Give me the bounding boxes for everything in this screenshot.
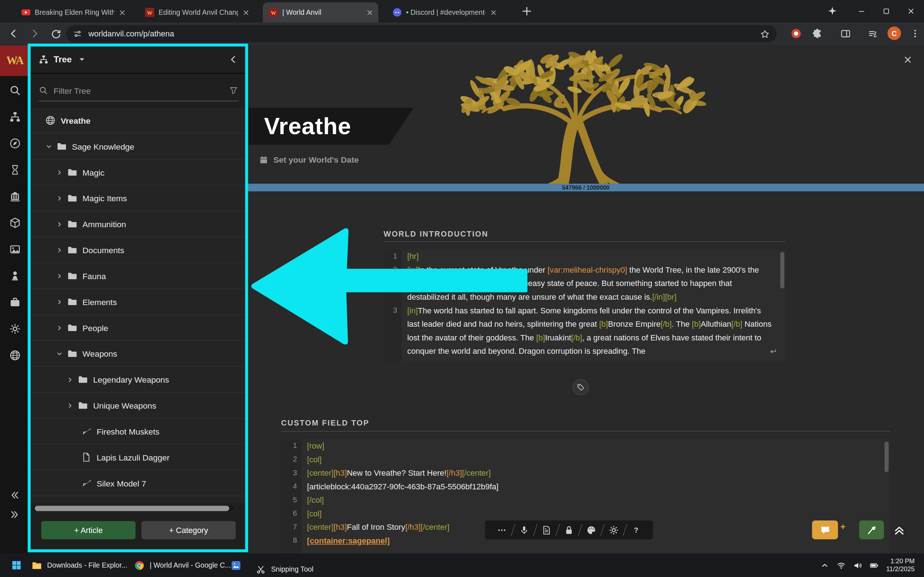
tree-item[interactable]: Ammunition	[30, 211, 247, 237]
code-line[interactable]: [col]	[302, 453, 890, 467]
side-panel-icon[interactable]	[840, 28, 851, 39]
scrollbar-thumb[interactable]	[35, 506, 229, 511]
filter-funnel-icon[interactable]	[229, 86, 238, 95]
close-page-button[interactable]	[903, 55, 913, 65]
code-line[interactable]: [articleblock:440a2927-90fc-463b-87a5-55…	[302, 480, 890, 494]
compass-icon[interactable]	[9, 138, 20, 149]
palette-icon[interactable]	[586, 525, 596, 535]
chevron-right-icon[interactable]	[56, 195, 63, 202]
browser-tab[interactable]: • Discord | #development-disc...	[386, 3, 502, 23]
chevron-right-icon[interactable]	[56, 220, 63, 227]
windows-start-button[interactable]	[12, 561, 21, 570]
code-line[interactable]: [/col]	[302, 493, 890, 507]
tab-close-icon[interactable]	[490, 9, 498, 16]
hourglass-icon[interactable]	[9, 164, 20, 176]
code-line[interactable]: [in]The world has started to fall apart.…	[402, 304, 785, 358]
briefcase-icon[interactable]	[9, 297, 20, 308]
horizontal-scrollbar[interactable]	[33, 506, 233, 511]
tree-item[interactable]: People	[30, 315, 247, 341]
media-controls-icon[interactable]	[867, 28, 878, 39]
chevron-right-icon[interactable]	[56, 298, 63, 305]
code-line[interactable]: [center][h3]New to Vreathe? Start Here![…	[302, 466, 890, 480]
editor-scrollbar[interactable]	[885, 442, 888, 472]
chevron-down-icon[interactable]	[56, 350, 63, 357]
address-bar[interactable]: worldanvil.com/p/athena	[66, 25, 777, 42]
tree-panel-title[interactable]: Tree	[54, 54, 72, 64]
chevron-right-icon[interactable]	[56, 272, 63, 279]
tray-chevron-icon[interactable]	[820, 561, 829, 569]
window-close-button[interactable]	[907, 7, 915, 16]
tree-item[interactable]: Silex Model 7	[30, 470, 247, 496]
chevron-right-icon[interactable]	[56, 324, 63, 331]
back-button[interactable]	[8, 28, 19, 39]
tree-item[interactable]: Magic Items	[30, 185, 247, 211]
chevrons-left-icon[interactable]	[10, 490, 19, 500]
scroll-to-top-button[interactable]	[888, 521, 911, 539]
tab-organize-icon[interactable]	[827, 6, 837, 16]
worldanvil-logo[interactable]: WA	[0, 45, 30, 76]
chevron-down-icon[interactable]	[45, 143, 53, 150]
tree-item[interactable]: Magic	[30, 160, 247, 185]
tab-close-icon[interactable]	[242, 9, 250, 16]
image-icon[interactable]	[9, 244, 20, 255]
collapse-panel-icon[interactable]	[228, 55, 238, 64]
tree-item[interactable]: Unique Weapons	[30, 393, 247, 419]
url-text[interactable]: worldanvil.com/p/athena	[89, 29, 760, 38]
site-settings-icon[interactable]	[73, 29, 82, 38]
podcast-icon[interactable]	[519, 525, 529, 535]
tree-item[interactable]: Elements	[30, 289, 247, 315]
comments-button[interactable]	[812, 521, 838, 539]
chevron-right-icon[interactable]	[56, 246, 63, 253]
lock-icon[interactable]	[564, 525, 574, 535]
add-article-button[interactable]: + Article	[41, 521, 135, 540]
new-tab-button[interactable]	[521, 5, 533, 17]
set-world-date[interactable]: Set your World's Date	[259, 155, 359, 164]
cube-icon[interactable]	[9, 217, 20, 228]
browser-tab[interactable]: WEditing World Anvil Changes an...	[139, 3, 254, 23]
taskbar-item[interactable]: | World Anvil - Google C...	[134, 554, 231, 577]
add-category-button[interactable]: + Category	[142, 521, 236, 540]
taskbar-item[interactable]: Snipping Tool	[256, 562, 313, 577]
globe-icon[interactable]	[9, 350, 20, 361]
tree-item[interactable]: Lapis Lazuli Dagger	[30, 445, 247, 471]
tab-close-icon[interactable]	[118, 9, 126, 16]
tree-item[interactable]: Fireshot Muskets	[30, 419, 247, 445]
library-icon[interactable]	[9, 191, 20, 202]
code-line[interactable]: [row]	[302, 439, 890, 453]
chevron-right-icon[interactable]	[66, 402, 74, 409]
code-line[interactable]: [hr]	[402, 250, 785, 263]
taskbar-item[interactable]	[231, 554, 241, 577]
help-icon[interactable]: ?	[631, 525, 641, 535]
code-line[interactable]: [in]In the current state of Vreathe unde…	[402, 263, 785, 304]
window-maximize-button[interactable]	[882, 7, 890, 16]
tags-button[interactable]	[573, 379, 589, 395]
add-comment-plus[interactable]: +	[840, 522, 845, 532]
tree-item[interactable]: Fauna	[30, 263, 247, 289]
tab-close-icon[interactable]	[366, 9, 373, 16]
tree-item[interactable]: Weapons	[30, 341, 247, 367]
wifi-icon[interactable]	[837, 561, 845, 569]
code-line[interactable]: [col]	[302, 507, 890, 521]
volume-icon[interactable]	[853, 561, 862, 569]
tree-item[interactable]: Vreathe	[30, 108, 247, 134]
extension-badge-icon[interactable]	[791, 28, 801, 39]
chevron-right-icon[interactable]	[66, 376, 74, 383]
ellipsis-icon[interactable]	[497, 525, 507, 535]
gear-icon[interactable]	[609, 525, 619, 535]
gear-icon[interactable]	[9, 323, 20, 334]
window-minimize-button[interactable]	[858, 7, 866, 16]
pawn-icon[interactable]	[9, 270, 20, 281]
browser-menu-icon[interactable]	[910, 28, 921, 39]
browser-tab[interactable]: W| World Anvil	[263, 3, 378, 23]
editor-scrollbar[interactable]	[780, 252, 784, 288]
extensions-puzzle-icon[interactable]	[812, 28, 822, 39]
chevrons-right-icon[interactable]	[10, 510, 19, 519]
chevron-right-icon[interactable]	[56, 169, 63, 176]
tree-item[interactable]: Legendary Weapons	[30, 367, 247, 393]
refresh-button[interactable]	[50, 28, 61, 39]
tree-item[interactable]: Documents	[30, 237, 247, 263]
taskbar-item[interactable]: Downloads - File Explor...	[32, 554, 128, 577]
docInfo-icon[interactable]	[541, 525, 551, 535]
battery-icon[interactable]	[870, 561, 879, 569]
taskbar-clock[interactable]: 1:20 PM 11/2/2025	[886, 558, 914, 573]
